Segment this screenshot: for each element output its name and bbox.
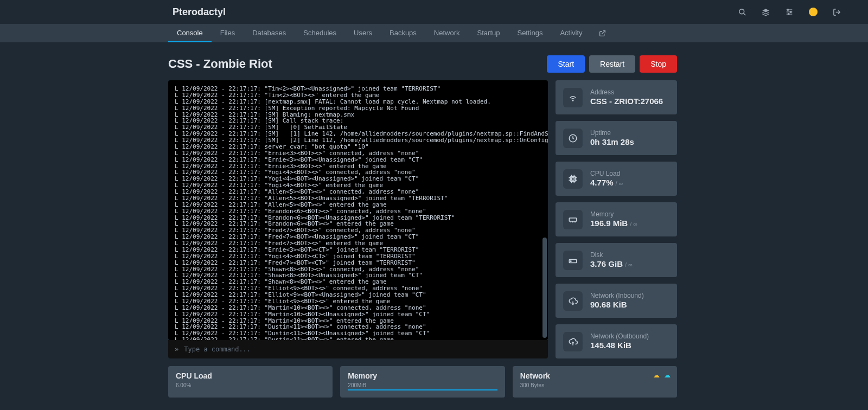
- header-row: CSS - Zombie Riot Start Restart Stop: [168, 55, 677, 73]
- stat-value: CSS - ZRIOT:27066: [590, 97, 663, 107]
- tab-startup[interactable]: Startup: [469, 24, 509, 42]
- main-row: L 12/09/2022 - 22:17:17: "Tim<2><BOT><Un…: [168, 80, 677, 358]
- stat-address: Address CSS - ZRIOT:27066: [556, 80, 677, 114]
- topbar: Pterodactyl: [0, 0, 868, 24]
- stat-cpu: CPU Load 4.77%/ ∞: [556, 162, 677, 196]
- tab-activity[interactable]: Activity: [551, 24, 591, 42]
- external-link-icon[interactable]: [599, 24, 606, 42]
- stat-memory: Memory 196.9 MiB/ ∞: [556, 202, 677, 236]
- admin-settings-icon[interactable]: [785, 8, 794, 16]
- topbar-actions: [738, 8, 857, 16]
- tab-users[interactable]: Users: [345, 24, 381, 42]
- stat-label: CPU Load: [590, 170, 623, 178]
- stat-network-in: Network (Inbound) 90.68 KiB: [556, 284, 677, 318]
- tab-files[interactable]: Files: [212, 24, 244, 42]
- tab-schedules[interactable]: Schedules: [295, 24, 345, 42]
- command-prompt-icon: »: [175, 345, 178, 353]
- svg-rect-13: [572, 177, 575, 180]
- stat-value: 0h 31m 28s: [590, 137, 634, 148]
- start-button[interactable]: Start: [547, 55, 585, 73]
- svg-point-0: [739, 9, 744, 14]
- chart-memory: Memory 200MiB: [340, 366, 505, 398]
- chart-tick: 6.00%: [176, 382, 325, 388]
- svg-point-10: [572, 100, 573, 101]
- tabbar: ConsoleFilesDatabasesSchedulesUsersBacku…: [0, 24, 868, 42]
- stat-value: 4.77%/ ∞: [590, 178, 623, 188]
- stat-label: Network (Inbound): [590, 292, 644, 300]
- cloud-download-icon: [563, 291, 583, 311]
- layers-icon[interactable]: [762, 8, 770, 16]
- chart-title: Memory: [348, 371, 497, 380]
- svg-point-6: [790, 11, 792, 13]
- avatar[interactable]: [809, 8, 818, 16]
- memory-icon: [563, 210, 583, 229]
- svg-line-1: [743, 13, 745, 15]
- tab-backups[interactable]: Backups: [381, 24, 425, 42]
- clock-icon: [563, 129, 583, 148]
- chart-network: ☁ ☁ Network 300 Bytes: [513, 366, 677, 398]
- svg-rect-22: [569, 218, 577, 221]
- restart-button[interactable]: Restart: [589, 55, 635, 73]
- stat-label: Uptime: [590, 129, 634, 137]
- stat-label: Disk: [590, 251, 633, 259]
- stat-label: Address: [590, 88, 663, 97]
- console-output[interactable]: L 12/09/2022 - 22:17:17: "Tim<2><BOT><Un…: [168, 80, 548, 340]
- search-icon[interactable]: [738, 8, 746, 16]
- stat-value: 3.76 GiB/ ∞: [590, 259, 633, 270]
- brand[interactable]: Pterodactyl: [173, 7, 226, 18]
- stat-label: Memory: [590, 210, 637, 219]
- tab-databases[interactable]: Databases: [244, 24, 295, 42]
- chart-tick: 300 Bytes: [520, 382, 669, 388]
- chart-cpu: CPU Load 6.00%: [168, 366, 333, 398]
- svg-point-28: [571, 260, 572, 261]
- console-column: L 12/09/2022 - 22:17:17: "Tim<2><BOT><Un…: [168, 80, 548, 358]
- cpu-icon: [563, 169, 583, 189]
- tab-settings[interactable]: Settings: [508, 24, 551, 42]
- chart-title: CPU Load: [176, 371, 325, 380]
- console-scrollbar[interactable]: [542, 238, 547, 338]
- stat-network-out: Network (Outbound) 145.48 KiB: [556, 324, 677, 358]
- stats-column: Address CSS - ZRIOT:27066 Uptime 0h 31m …: [556, 80, 677, 358]
- server-title: CSS - Zombie Riot: [168, 57, 272, 71]
- command-input[interactable]: [184, 345, 541, 353]
- svg-point-7: [788, 14, 789, 15]
- command-input-wrap: »: [168, 340, 548, 358]
- cloud-upload-mini-icon: ☁: [664, 371, 671, 379]
- chart-title: Network: [520, 371, 669, 380]
- content: CSS - Zombie Riot Start Restart Stop L 1…: [0, 42, 677, 398]
- stat-label: Network (Outbound): [590, 332, 649, 341]
- stat-disk: Disk 3.76 GiB/ ∞: [556, 243, 677, 277]
- tab-console[interactable]: Console: [168, 24, 212, 42]
- tab-network[interactable]: Network: [425, 24, 469, 42]
- logout-icon[interactable]: [833, 8, 841, 16]
- stat-value: 196.9 MiB/ ∞: [590, 219, 637, 229]
- svg-rect-12: [571, 176, 576, 181]
- stat-value: 145.48 KiB: [590, 341, 649, 351]
- wifi-icon: [563, 88, 583, 107]
- chart-tick: 200MiB: [348, 382, 497, 388]
- chart-line: [348, 389, 497, 390]
- charts-row: CPU Load 6.00% Memory 200MiB ☁ ☁ Network…: [168, 366, 677, 398]
- power-buttons: Start Restart Stop: [547, 55, 677, 73]
- disk-icon: [563, 251, 583, 270]
- cloud-download-mini-icon: ☁: [653, 371, 660, 379]
- stop-button[interactable]: Stop: [640, 55, 677, 73]
- svg-line-9: [602, 30, 605, 34]
- cloud-upload-icon: [563, 332, 583, 351]
- stat-uptime: Uptime 0h 31m 28s: [556, 121, 677, 155]
- stat-value: 90.68 KiB: [590, 300, 644, 310]
- svg-point-5: [787, 9, 789, 11]
- console-text: L 12/09/2022 - 22:17:17: "Tim<2><BOT><Un…: [175, 86, 541, 340]
